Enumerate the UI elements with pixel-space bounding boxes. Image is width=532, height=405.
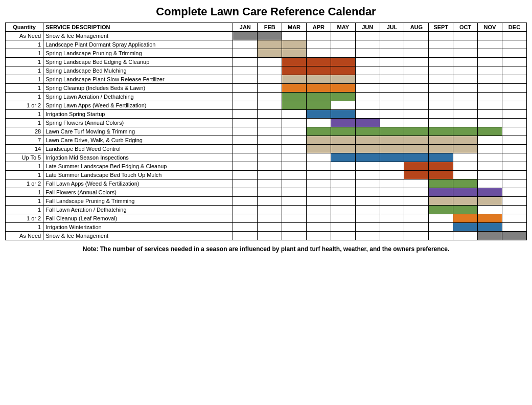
row-month-cell [380,119,404,127]
row-month-cell [233,32,258,40]
row-month-cell [306,75,331,84]
row-month-cell [453,188,478,197]
row-month-cell [331,136,355,145]
row-month-cell [429,179,453,188]
row-quantity: 1 or 2 [6,101,43,110]
row-month-cell [380,171,404,179]
row-month-cell [306,214,331,223]
row-month-cell [404,84,429,93]
row-month-cell [282,179,307,188]
table-row: 1Fall Landscape Pruning & Trimming [6,197,527,206]
row-description: Irrigation Spring Startup [43,110,233,119]
row-month-cell [478,232,502,240]
row-month-cell [380,214,404,223]
row-month-cell [453,232,478,240]
table-row: As NeedSnow & Ice Management [6,32,527,40]
row-month-cell [233,223,258,232]
row-month-cell [258,84,282,93]
row-month-cell [429,58,453,66]
row-month-cell [331,232,355,240]
row-month-cell [453,75,478,84]
row-month-cell [380,49,404,58]
row-quantity: 1 [6,84,43,93]
table-row: 1Landscape Plant Dormant Spray Applicati… [6,40,527,49]
row-description: Spring Landscape Pruning & Trimming [43,49,233,58]
row-month-cell [380,223,404,232]
row-month-cell [258,119,282,127]
row-month-cell [282,93,307,101]
row-month-cell [258,93,282,101]
row-month-cell [258,101,282,110]
table-row: 1Irrigation Winterization [6,223,527,232]
row-month-cell [380,93,404,101]
row-month-cell [404,32,429,40]
row-month-cell [502,232,526,240]
row-month-cell [429,49,453,58]
row-month-cell [258,188,282,197]
row-month-cell [502,171,526,179]
row-month-cell [282,206,307,214]
row-month-cell [502,162,526,171]
row-month-cell [233,119,258,127]
row-description: Lawn Care Drive, Walk, & Curb Edging [43,136,233,145]
row-month-cell [453,40,478,49]
table-row: 1Late Summer Landscape Bed Edging & Clea… [6,162,527,171]
row-month-cell [478,127,502,136]
row-month-cell [258,162,282,171]
table-row: Up To 5Irrigation Mid Season Inspections [6,153,527,162]
header-feb: FEB [258,23,282,32]
row-month-cell [478,58,502,66]
row-month-cell [233,188,258,197]
table-row: 14Landscape Bed Weed Control [6,145,527,153]
row-month-cell [502,66,526,75]
row-quantity: 1 [6,110,43,119]
row-month-cell [233,101,258,110]
row-month-cell [478,101,502,110]
row-month-cell [429,93,453,101]
row-month-cell [429,206,453,214]
row-quantity: 1 [6,66,43,75]
row-month-cell [404,188,429,197]
row-month-cell [453,171,478,179]
row-month-cell [331,101,355,110]
table-row: 1Spring Flowers (Annual Colors) [6,119,527,127]
row-month-cell [282,84,307,93]
row-month-cell [355,66,380,75]
row-month-cell [502,119,526,127]
row-description: Spring Landscape Bed Edging & Cleanup [43,58,233,66]
row-quantity: As Need [6,32,43,40]
row-description: Irrigation Mid Season Inspections [43,153,233,162]
table-row: 1Spring Landscape Bed Edging & Cleanup [6,58,527,66]
row-month-cell [502,223,526,232]
header-apr: APR [306,23,331,32]
row-month-cell [306,66,331,75]
row-description: Fall Flowers (Annual Colors) [43,188,233,197]
row-month-cell [233,93,258,101]
row-month-cell [380,188,404,197]
row-month-cell [380,32,404,40]
row-month-cell [502,110,526,119]
header-mar: MAR [282,23,307,32]
row-month-cell [380,127,404,136]
row-month-cell [404,197,429,206]
row-month-cell [306,49,331,58]
row-month-cell [258,197,282,206]
table-row: As NeedSnow & Ice Management [6,232,527,240]
row-month-cell [355,214,380,223]
row-month-cell [306,32,331,40]
row-month-cell [355,40,380,49]
row-month-cell [478,93,502,101]
row-month-cell [404,223,429,232]
row-month-cell [429,127,453,136]
row-month-cell [404,58,429,66]
row-month-cell [429,171,453,179]
row-month-cell [404,171,429,179]
row-month-cell [502,197,526,206]
row-description: Spring Landscape Plant Slow Release Fert… [43,75,233,84]
row-month-cell [429,145,453,153]
row-description: Snow & Ice Management [43,232,233,240]
row-month-cell [233,75,258,84]
row-month-cell [453,32,478,40]
row-description: Landscape Plant Dormant Spray Applicatio… [43,40,233,49]
row-quantity: 1 [6,223,43,232]
